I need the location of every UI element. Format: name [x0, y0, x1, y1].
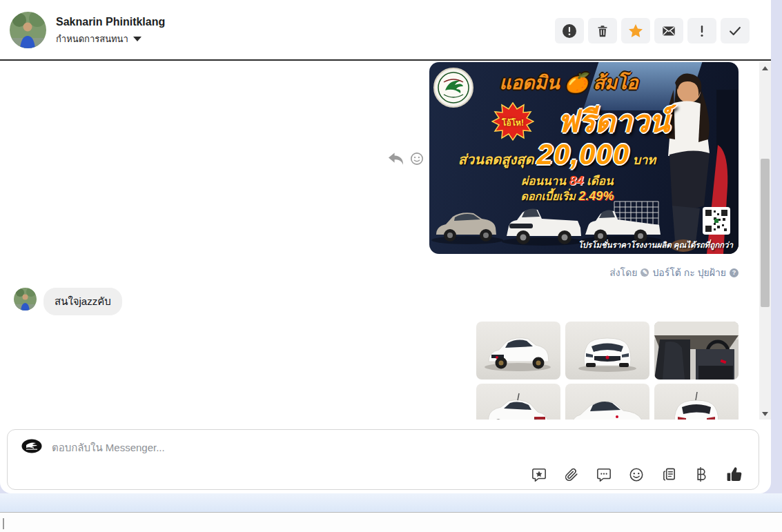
baht-payment-icon[interactable]	[694, 466, 708, 482]
trash-icon	[596, 24, 609, 38]
ad-caption: โปรโมชั่นราคาโรงงานผลิต คุณได้รถที่ถูกกว…	[578, 239, 733, 251]
chat-scrollbar[interactable]	[759, 62, 771, 420]
conversation-label-dropdown[interactable]: กำหนดการสนทนา	[56, 32, 141, 46]
composer-toolbar	[531, 466, 743, 483]
sent-by-label: ส่งโดย	[609, 265, 637, 280]
header-action-bar	[555, 18, 750, 43]
report-button[interactable]	[555, 18, 584, 43]
help-badge-icon[interactable]: ?	[730, 268, 739, 277]
star-button[interactable]	[621, 18, 650, 43]
scroll-down-arrow[interactable]	[759, 408, 771, 420]
sender-avatar	[14, 288, 37, 311]
text-caret	[3, 518, 4, 529]
like-thumb-icon[interactable]	[725, 466, 743, 483]
exclamation-icon	[694, 23, 710, 39]
message-hover-actions	[388, 152, 424, 166]
photo-car-front[interactable]	[565, 322, 649, 380]
scroll-up-arrow[interactable]	[759, 62, 771, 74]
ad-installment-line: ผ่อนนาน 84 เดือน	[471, 171, 664, 190]
mark-unread-button[interactable]	[654, 18, 683, 43]
conversation-header: Saknarin Phinitklang กำหนดการสนทนา	[0, 0, 771, 61]
emoji-icon[interactable]	[629, 467, 644, 482]
ad-discount-line: ส่วนลดสูงสุด 20,000 บาท	[436, 138, 678, 171]
star-icon	[627, 23, 644, 39]
ad-dealer-logo	[433, 68, 473, 108]
message-list: แอดมิน 🍊 ส้มโอ โอ้โห! ฟรีดาวน์ ส่วนลดสูง…	[0, 62, 759, 420]
ad-burst-text: โอ้โห!	[491, 116, 534, 129]
mark-done-button[interactable]	[721, 18, 750, 43]
templates-icon[interactable]	[661, 466, 677, 482]
scrollbar-thumb[interactable]	[761, 159, 770, 307]
footer-area	[0, 513, 782, 532]
reply-icon[interactable]	[388, 152, 404, 166]
emoji-react-icon[interactable]	[410, 152, 424, 166]
chevron-down-icon	[133, 37, 141, 41]
report-circle-icon	[562, 23, 577, 39]
ad-burst-badge: โอ้โห!	[491, 102, 534, 142]
orange-emoji: 🍊	[565, 72, 588, 93]
pencil-badge-icon: ✎	[641, 268, 649, 277]
reply-input[interactable]: ตอบกลับใน Messenger...	[52, 440, 165, 456]
photo-car-rear-quarter[interactable]	[476, 384, 560, 420]
photo-car-front-quarter[interactable]	[476, 322, 560, 380]
message-bubble: สนใจjazzคับ	[43, 288, 122, 315]
ad-qr-code	[703, 207, 730, 235]
chat-window: Saknarin Phinitklang กำหนดการสนทนา	[0, 0, 771, 493]
reply-composer[interactable]: ตอบกลับใน Messenger...	[7, 429, 759, 490]
delete-button[interactable]	[588, 18, 617, 43]
footer-band	[0, 493, 782, 512]
page-logo-avatar	[21, 439, 42, 453]
photo-car-interior[interactable]	[654, 322, 739, 380]
conversation-label: กำหนดการสนทนา	[56, 32, 128, 46]
spam-button[interactable]	[687, 18, 716, 43]
sent-by-line: ส่งโดย ✎ ปอร์โต้ กะ ปุยฝ้าย ?	[609, 265, 739, 280]
ad-admin-line: แอดมิน 🍊 ส้มโอ	[479, 68, 658, 97]
contact-avatar[interactable]	[10, 12, 46, 48]
comment-bubble-icon[interactable]	[596, 467, 612, 482]
contact-name: Saknarin Phinitklang	[56, 16, 165, 28]
saved-replies-icon[interactable]	[531, 467, 547, 482]
photo-car-rear[interactable]	[654, 384, 739, 420]
advert-image-message[interactable]: แอดมิน 🍊 ส้มโอ โอ้โห! ฟรีดาวน์ ส่วนลดสูง…	[429, 62, 739, 254]
mail-icon	[661, 23, 676, 39]
attachment-icon[interactable]	[564, 467, 579, 482]
avatar-photo	[10, 12, 46, 48]
photo-grid-message	[476, 322, 739, 420]
sender-agent-name[interactable]: ปอร์โต้ กะ ปุยฝ้าย	[652, 265, 726, 280]
check-icon	[727, 23, 743, 39]
ad-car-lineup	[429, 192, 664, 246]
photo-car-side[interactable]	[565, 384, 649, 420]
incoming-message-row: สนใจjazzคับ	[14, 288, 122, 315]
